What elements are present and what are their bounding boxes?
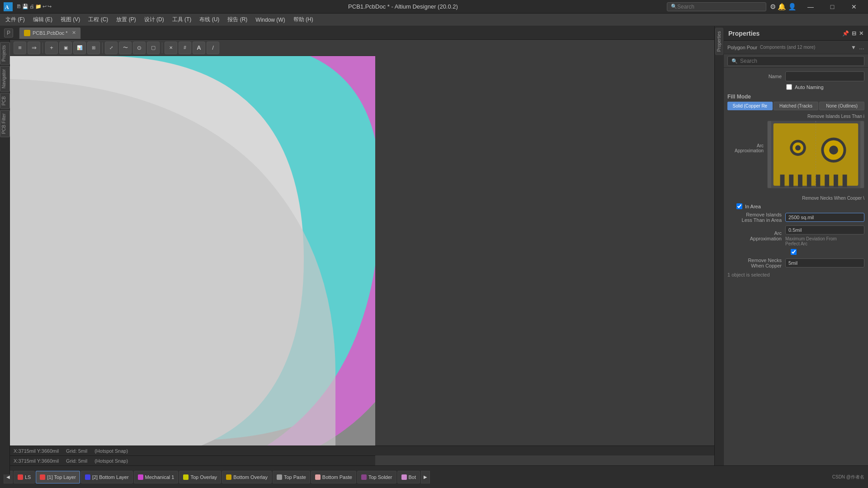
grid-display: Grid: 5mil (66, 448, 87, 454)
menubar: 文件 (F) 编辑 (E) 视图 (V) 工程 (C) 放置 (P) 设计 (D… (0, 14, 868, 26)
curve-btn[interactable]: 〜 (119, 42, 132, 54)
in-area-checkbox[interactable] (736, 203, 742, 209)
projects-panel-tab[interactable]: Projects (0, 42, 10, 65)
close-button[interactable]: ✕ (844, 0, 864, 14)
notifications-icon[interactable]: 🔔 (778, 3, 786, 11)
menu-window[interactable]: Window (W) (252, 15, 288, 24)
xy-coords: X:3715mil Y:3660mil (14, 458, 59, 464)
menu-design[interactable]: 设计 (D) (141, 14, 168, 25)
tab-close-icon[interactable]: ✕ (72, 30, 76, 36)
layer-bottom[interactable]: [2] Bottom Layer (81, 471, 133, 483)
text-btn[interactable]: A (193, 42, 205, 54)
menu-view[interactable]: 视图 (V) (57, 14, 84, 25)
properties-filter-row: Polygon Pour Components (and 12 more) ▼ … (724, 41, 868, 54)
layer-top-paste[interactable]: Top Paste (273, 471, 310, 483)
properties-content: Name Auto Naming Fill Mode Solid (Copper… (724, 68, 868, 465)
toolbar-icon-redo[interactable]: ↪ (47, 4, 52, 9)
drc-btn[interactable]: ✕ (165, 42, 177, 54)
layer-scroll-right[interactable]: ▶ (421, 471, 430, 483)
pcb-filter-panel-tab[interactable]: PCB Filter (0, 110, 10, 137)
remove-necks-value[interactable]: 5mil (785, 258, 864, 267)
select-rect-btn[interactable]: ▣ (59, 42, 72, 54)
name-value-field[interactable] (785, 71, 864, 81)
layer-scroll-area: ◀ LS [1] Top Layer [2] Bottom Layer Mech… (4, 471, 430, 483)
max-deviation-checkbox[interactable] (791, 249, 797, 255)
fill-hatched-btn[interactable]: Hatched (Tracks (774, 102, 819, 110)
fill-none-btn[interactable]: None (Outlines) (819, 102, 864, 110)
layer-top[interactable]: [1] Top Layer (36, 471, 80, 483)
navigator-panel-tab[interactable]: Navigator (0, 66, 10, 92)
layer-mech1[interactable]: Mechanical 1 (134, 471, 179, 483)
layer-bot[interactable]: Bot (397, 471, 420, 483)
layer-ls[interactable]: LS (14, 471, 35, 483)
grid-btn[interactable]: ⊞ (87, 42, 100, 54)
projects-panel-icon[interactable]: P (4, 28, 13, 38)
menu-place[interactable]: 放置 (P) (113, 14, 139, 25)
window-title: PCB1.PcbDoc * - Altium Designer (20.0.2) (139, 3, 667, 10)
menu-edit[interactable]: 编辑 (E) (29, 14, 56, 25)
layer-top-dot (40, 474, 45, 480)
route-split-btn[interactable]: ⤢ (105, 42, 118, 54)
layer-bot-paste-dot (315, 474, 321, 480)
properties-panel-header: Properties 📌 ⊟ ✕ (724, 26, 868, 41)
max-deviation-label: Maximum Deviation From Perfect Arc (785, 236, 864, 246)
coords-btn[interactable]: # (179, 42, 191, 54)
filter-btn[interactable]: ≡ (14, 42, 26, 54)
pin-icon[interactable]: 📌 (842, 30, 849, 37)
prop-search-box[interactable]: 🔍 (727, 56, 864, 66)
toolbar-icon-save2[interactable]: 💾 (22, 4, 28, 9)
menu-project[interactable]: 工程 (C) (85, 14, 112, 25)
arc-approx-value[interactable]: 0.5mil (785, 225, 864, 235)
line-btn[interactable]: / (207, 42, 219, 54)
maximize-button[interactable]: □ (822, 0, 843, 14)
more-filter-icon[interactable]: … (859, 44, 864, 51)
filter-icon[interactable]: ▼ (851, 44, 856, 51)
auto-naming-checkbox[interactable] (786, 84, 792, 90)
layer-top-overlay[interactable]: Top Overlay (179, 471, 221, 483)
remove-necks-label: Remove Necks When Copper (727, 258, 782, 268)
layer-bot-paste[interactable]: Bottom Paste (311, 471, 356, 483)
menu-file[interactable]: 文件 (F) (2, 14, 28, 25)
toolbar-icon-print[interactable]: 🖨 (29, 4, 34, 9)
close-panel-icon[interactable]: ✕ (859, 30, 863, 37)
fill-mode-buttons: Solid (Copper Re Hatched (Tracks None (O… (727, 102, 864, 110)
minimize-button[interactable]: — (800, 0, 821, 14)
remove-islands-area-value[interactable]: 2500 sq.mil (785, 213, 864, 222)
layer-bot-paste-label: Bottom Paste (322, 474, 352, 480)
global-search-bar[interactable]: 🔍 (667, 2, 766, 11)
layer-bot-overlay[interactable]: Bottom Overlay (222, 471, 272, 483)
layer-bot-label: Bot (409, 474, 416, 480)
toolbar-icon-save[interactable]: 🖹 (16, 4, 21, 9)
toolbar-icon-undo[interactable]: ↩ (42, 4, 47, 9)
settings-icon[interactable]: ⚙ (770, 3, 776, 11)
layer-top-solder-label: Top Solder (368, 474, 392, 480)
user-avatar[interactable]: 👤 (788, 3, 797, 11)
pad-btn[interactable]: ▢ (147, 42, 160, 54)
layer-mech1-label: Mechanical 1 (145, 474, 175, 480)
chart-btn[interactable]: 📊 (73, 42, 86, 54)
prop-name-row: Name (727, 71, 864, 81)
prop-search-input[interactable] (740, 58, 860, 64)
in-area-label: In Area (745, 204, 761, 209)
fill-solid-btn[interactable]: Solid (Copper Re (727, 102, 773, 110)
route-btn[interactable]: ⇒ (28, 42, 40, 54)
undock-icon[interactable]: ⊟ (852, 30, 856, 37)
properties-tab[interactable]: Properties (715, 28, 723, 55)
layer-top-solder[interactable]: Top Solder (357, 471, 396, 483)
menu-report[interactable]: 报告 (R) (224, 14, 251, 25)
fill-mode-title: Fill Mode (727, 94, 864, 100)
selection-info: 1 object is selected (727, 272, 864, 277)
pcb-canvas-area[interactable] (10, 56, 375, 465)
toolbar-icon-open[interactable]: 📁 (35, 4, 42, 9)
tab-pcb1[interactable]: PCB1.PcbDoc * ✕ (19, 27, 81, 39)
arc-approx-row: Arc Approximation 0.5mil Maximum Deviati… (727, 225, 864, 246)
global-search-input[interactable] (677, 4, 759, 10)
via-btn[interactable]: ⊙ (133, 42, 146, 54)
menu-help[interactable]: 帮助 (H) (290, 14, 317, 25)
menu-route[interactable]: 布线 (U) (196, 14, 223, 25)
tab-pcb-icon (24, 30, 30, 36)
menu-tools[interactable]: 工具 (T) (169, 14, 195, 25)
statusbar: ◀ LS [1] Top Layer [2] Bottom Layer Mech… (0, 465, 868, 488)
add-btn[interactable]: + (45, 42, 58, 54)
pcb-panel-tab[interactable]: PCB (0, 93, 10, 109)
